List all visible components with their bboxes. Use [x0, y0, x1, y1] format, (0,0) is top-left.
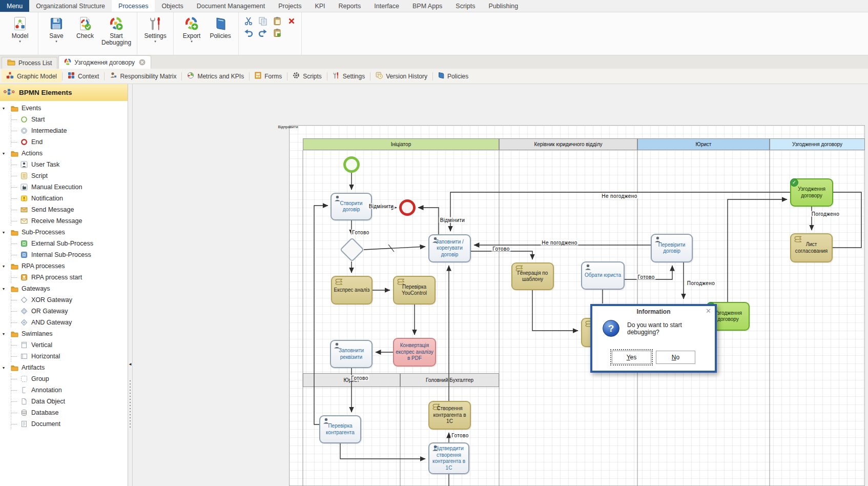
task-fill-requisites[interactable]: Заповнити реквізити [330, 340, 373, 368]
redo-button[interactable] [258, 28, 267, 37]
task-confirm-counterparty-1c[interactable]: Підтвердити створення контрагента в 1С [428, 442, 469, 474]
paste-button[interactable] [273, 16, 282, 26]
expand-caret-icon[interactable]: ▾ [3, 151, 7, 156]
expand-caret-icon[interactable]: ▾ [3, 332, 7, 336]
copy-button[interactable] [258, 16, 267, 26]
tree-folder-events[interactable]: ▾Events [0, 103, 128, 114]
tree-item-receive-message[interactable]: Receive Message [0, 215, 128, 227]
yes-button[interactable]: Yes [612, 351, 651, 364]
export-button[interactable]: Export▾ [177, 14, 206, 44]
expand-caret-icon[interactable]: ▾ [3, 230, 7, 235]
dropdown-caret-icon[interactable]: ▾ [55, 39, 57, 44]
task-choose-lawyer[interactable]: Обрати юриста [581, 261, 625, 290]
tree-folder-gateways[interactable]: ▾Gateways [0, 283, 128, 294]
menu-item-reports[interactable]: Reports [332, 0, 368, 12]
dropdown-caret-icon[interactable]: ▾ [154, 39, 156, 44]
menu-item-kpi[interactable]: KPI [308, 0, 332, 12]
view-responsibility-matrix[interactable]: Responsibility Matrix [105, 70, 181, 83]
settings-button[interactable]: Settings▾ [141, 14, 170, 44]
check-button[interactable]: Check [71, 14, 99, 39]
view-scripts[interactable]: Scripts [288, 70, 326, 83]
dropdown-caret-icon[interactable]: ▾ [191, 39, 193, 44]
view-forms[interactable]: Forms [250, 70, 286, 83]
expand-caret-icon[interactable]: ▾ [3, 366, 7, 370]
view-version-history[interactable]: Version History [371, 70, 432, 83]
tree-item-annotation[interactable]: Annotation [0, 384, 128, 396]
tab-process-list[interactable]: Process List [2, 57, 57, 69]
tree-item-user-task[interactable]: User Task [0, 159, 128, 170]
menu-item-organizational-structure[interactable]: Organizational Structure [29, 0, 112, 12]
no-button[interactable]: No [656, 351, 695, 364]
menu-button[interactable]: Menu [0, 0, 29, 12]
tree-item-vertical[interactable]: Vertical [0, 339, 128, 351]
close-icon[interactable]: ✕ [706, 308, 711, 314]
tree-item-script[interactable]: Script [0, 170, 128, 181]
view-metrics-and-kpis[interactable]: Metrics and KPIs [182, 70, 249, 83]
menu-item-bpm-apps[interactable]: BPM Apps [406, 0, 449, 12]
model-button[interactable]: Model▾ [6, 14, 34, 44]
menu-item-processes[interactable]: Processes [112, 0, 155, 12]
menu-item-objects[interactable]: Objects [155, 0, 190, 12]
cut-button[interactable] [244, 16, 253, 26]
expand-caret-icon[interactable]: ▾ [3, 264, 7, 269]
paste-special-button[interactable] [273, 28, 282, 37]
tree-folder-rpa-processes[interactable]: ▾RPA processes [0, 260, 128, 272]
view-graphic-model[interactable]: Graphic Model [2, 70, 61, 83]
event-start[interactable] [343, 156, 360, 173]
save-button[interactable]: Save▾ [42, 14, 71, 44]
tree-item-and-gateway[interactable]: AND Gateway [0, 317, 128, 328]
tree-item-xor-gateway[interactable]: XOR Gateway [0, 294, 128, 306]
task-contract-approval[interactable]: Узгодження договору✓ [790, 178, 833, 207]
tree-item-horizontal[interactable]: Horizontal [0, 351, 128, 362]
policies-button[interactable]: Policies [206, 14, 235, 39]
tree-item-external-sub-process[interactable]: External Sub-Process [0, 238, 128, 249]
expand-caret-icon[interactable]: ▾ [3, 287, 7, 291]
tree-item-group[interactable]: Group [0, 373, 128, 384]
tree-item-internal-sub-process[interactable]: Internal Sub-Process [0, 249, 128, 260]
panel-splitter[interactable]: ◄ [128, 84, 133, 486]
tree-item-or-gateway[interactable]: OR Gateway [0, 306, 128, 317]
tree-item-data-object[interactable]: Data Object [0, 396, 128, 407]
delete-button[interactable] [287, 16, 296, 26]
menu-item-interface[interactable]: Interface [367, 0, 406, 12]
tree-folder-actions[interactable]: ▾Actions [0, 148, 128, 159]
dropdown-caret-icon[interactable]: ▾ [19, 39, 21, 44]
task-fill-correct-contract[interactable]: Заповнити / корегувати договір [428, 234, 471, 262]
view-settings[interactable]: Settings [328, 70, 369, 83]
task-convert-to-pdf[interactable]: Конвертація експрес аналізу в PDF [393, 338, 436, 367]
undo-button[interactable] [244, 28, 253, 37]
tree-item-start[interactable]: Start [0, 114, 128, 125]
menu-item-document-management[interactable]: Document Management [190, 0, 272, 12]
tree-item-notification[interactable]: Notification [0, 193, 128, 204]
task-youcontrol-check[interactable]: Перевірка YouControl [393, 276, 436, 305]
tree-folder-swimlanes[interactable]: ▾Swimlanes [0, 328, 128, 339]
task-check-contract[interactable]: Перевірити договір [651, 234, 693, 262]
tree-item-end[interactable]: End [0, 136, 128, 148]
collapse-panel-icon[interactable]: ◄ [128, 362, 132, 367]
tree-item-rpa-process-start[interactable]: RPA process start [0, 272, 128, 283]
expand-caret-icon[interactable]: ▾ [3, 106, 7, 111]
menu-item-scripts[interactable]: Scripts [449, 0, 482, 12]
tree-item-document[interactable]: Document [0, 418, 128, 430]
splitter-grip[interactable] [130, 380, 131, 429]
view-policies[interactable]: Policies [433, 70, 473, 83]
close-tab-icon[interactable] [139, 59, 146, 66]
task-create-counterparty-1c[interactable]: Створення контрагента в 1С [428, 401, 471, 430]
view-context[interactable]: Context [63, 70, 104, 83]
event-end[interactable] [399, 199, 416, 216]
tab-uzghodzhennia-dohovoru[interactable]: Узгодження договору [58, 55, 151, 69]
tree-item-send-message[interactable]: Send Message [0, 204, 128, 215]
task-template-generation[interactable]: Генерація по шаблону [511, 262, 554, 290]
task-create-contract[interactable]: Створити договір [330, 193, 372, 220]
tree-folder-sub-processes[interactable]: ▾Sub-Processes [0, 227, 128, 238]
menu-item-publishing[interactable]: Publishing [482, 0, 525, 12]
tree-item-intermediate[interactable]: Intermediate [0, 125, 128, 136]
tree-item-database[interactable]: Database [0, 407, 128, 418]
task-express-analysis[interactable]: Експрес аналіз [331, 276, 373, 305]
diagram-canvas[interactable]: ІніціаторКерівник юридичного відділуЮрис… [133, 84, 868, 486]
menu-item-projects[interactable]: Projects [272, 0, 308, 12]
task-check-counterparty[interactable]: Перевірка контрагента [319, 415, 361, 443]
start-debugging-button[interactable]: Start Debugging [99, 14, 133, 47]
tree-folder-artifacts[interactable]: ▾Artifacts [0, 362, 128, 373]
task-approval-sheet[interactable]: Лист согласования [790, 233, 833, 262]
